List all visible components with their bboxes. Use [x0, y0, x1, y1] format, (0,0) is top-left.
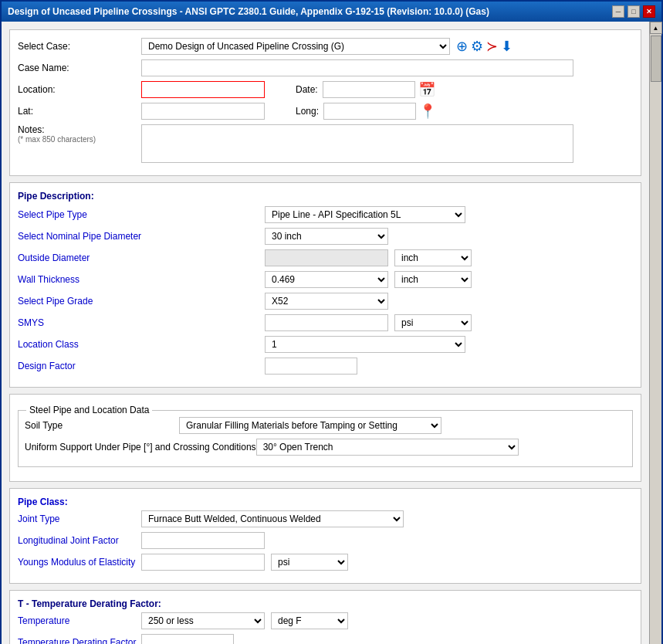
uniform-support-dropdown[interactable]: 30° Open Trench	[256, 439, 519, 456]
pipe-type-dropdown[interactable]: Pipe Line - API Specification 5L	[265, 206, 465, 223]
smys-unit-dropdown[interactable]: psi	[394, 314, 472, 331]
temperature-row: Temperature 250 or less deg F	[18, 612, 633, 629]
lat-input[interactable]	[141, 103, 265, 120]
derating-input[interactable]: 1.000	[141, 634, 234, 644]
soil-type-label: Soil Type	[25, 420, 179, 431]
share-icon[interactable]: ≺	[486, 38, 498, 55]
gear-icon[interactable]: ⚙	[471, 38, 483, 55]
outside-diameter-label: Outside Diameter	[18, 253, 265, 263]
uniform-support-row: Uniform Support Under Pipe [°] and Cross…	[25, 439, 626, 456]
pipe-grade-dropdown[interactable]: X52	[265, 293, 388, 310]
notes-label-group: Notes: (* max 850 characters)	[18, 124, 141, 144]
outside-diameter-unit-dropdown[interactable]: inch	[394, 249, 472, 266]
youngs-unit-dropdown[interactable]: psi	[271, 554, 348, 571]
pipe-type-row: Select Pipe Type Pipe Line - API Specifi…	[18, 206, 633, 223]
pipe-class-section: Pipe Class: Joint Type Furnace Butt Weld…	[9, 488, 641, 584]
pipe-grade-label: Select Pipe Grade	[18, 296, 265, 307]
nominal-diameter-row: Select Nominal Pipe Diameter 30 inch	[18, 228, 633, 245]
scrollbar: ▲ ▼	[649, 22, 661, 644]
smys-input[interactable]: 52,000	[265, 314, 388, 331]
select-case-label: Select Case:	[18, 41, 141, 52]
case-name-input[interactable]: Demo Design of Uncased Pipeline Crossing…	[141, 59, 573, 76]
lat-long-row: Lat: Long: 📍	[18, 103, 633, 120]
scrollbar-thumb[interactable]	[651, 36, 661, 82]
location-class-row: Location Class 1	[18, 336, 633, 353]
notes-label: Notes:	[18, 124, 141, 135]
notes-hint: (* max 850 characters)	[18, 135, 141, 144]
maximize-button[interactable]: □	[627, 5, 640, 18]
add-icon[interactable]: ⊕	[456, 38, 468, 55]
steel-pipe-group: Steel Pipe and Location Data Soil Type G…	[18, 410, 633, 467]
calendar-icon[interactable]: 📅	[418, 81, 435, 98]
long-input[interactable]	[323, 103, 416, 120]
steel-pipe-label: Steel Pipe and Location Data	[26, 405, 152, 415]
temperature-dropdown[interactable]: 250 or less	[141, 612, 265, 629]
wall-thickness-unit-dropdown[interactable]: inch	[394, 271, 472, 288]
outside-diameter-input[interactable]: 30	[265, 249, 388, 266]
pipe-description-section: Pipe Description: Select Pipe Type Pipe …	[9, 182, 641, 388]
download-icon[interactable]: ⬇	[501, 38, 512, 55]
minimize-button[interactable]: ─	[612, 5, 624, 18]
case-name-label: Case Name:	[18, 63, 141, 73]
pipe-type-label: Select Pipe Type	[18, 209, 265, 220]
window-controls: ─ □ ✕	[612, 5, 655, 18]
wall-thickness-dropdown[interactable]: 0.469	[265, 271, 388, 288]
wall-thickness-row: Wall Thickness 0.469 inch	[18, 271, 633, 288]
select-case-dropdown[interactable]: Demo Design of Uncased Pipeline Crossing…	[141, 38, 450, 55]
youngs-input[interactable]: 30,000,000	[141, 554, 265, 571]
window-title: Design of Uncased Pipeline Crossings - A…	[8, 6, 489, 17]
smys-label: SMYS	[18, 317, 265, 328]
date-input[interactable]: 10/24/2014	[323, 81, 415, 98]
long-joint-row: Longitudinal Joint Factor 0.6	[18, 532, 633, 549]
pipe-class-title: Pipe Class:	[18, 497, 633, 507]
content-area: Select Case: Demo Design of Uncased Pipe…	[2, 22, 661, 644]
temperature-title: T - Temperature Derating Factor:	[18, 598, 633, 609]
lat-label: Lat:	[18, 106, 141, 117]
location-class-label: Location Class	[18, 339, 265, 350]
design-factor-label: Design Factor	[18, 361, 265, 371]
scroll-up-arrow[interactable]: ▲	[650, 22, 662, 34]
main-panel: Select Case: Demo Design of Uncased Pipe…	[2, 22, 649, 644]
toolbar-icons: ⊕ ⚙ ≺ ⬇	[456, 38, 512, 55]
joint-type-row: Joint Type Furnace Butt Welded, Continuo…	[18, 510, 633, 527]
joint-type-dropdown[interactable]: Furnace Butt Welded, Continuous Welded	[141, 510, 404, 527]
temperature-section: T - Temperature Derating Factor: Tempera…	[9, 590, 641, 644]
date-label: Date:	[296, 84, 318, 95]
header-section: Select Case: Demo Design of Uncased Pipe…	[9, 29, 641, 176]
location-label: Location:	[18, 84, 141, 95]
case-name-row: Case Name: Demo Design of Uncased Pipeli…	[18, 59, 633, 76]
location-class-dropdown[interactable]: 1	[265, 336, 465, 353]
smys-row: SMYS 52,000 psi	[18, 314, 633, 331]
map-pin-icon[interactable]: 📍	[419, 103, 436, 120]
location-input[interactable]: Houston	[141, 81, 265, 98]
nominal-diameter-dropdown[interactable]: 30 inch	[265, 228, 388, 245]
notes-textarea[interactable]	[141, 124, 573, 163]
youngs-row: Youngs Modulus of Elasticity 30,000,000 …	[18, 554, 633, 571]
location-date-row: Location: Houston Date: 10/24/2014 📅	[18, 81, 633, 98]
long-joint-input[interactable]: 0.6	[141, 532, 265, 549]
derating-label: Temperature Derating Factor	[18, 637, 141, 644]
design-factor-row: Design Factor 0.72	[18, 358, 633, 375]
uniform-support-label: Uniform Support Under Pipe [°] and Cross…	[25, 442, 256, 452]
outside-diameter-row: Outside Diameter 30 inch	[18, 249, 633, 266]
steel-pipe-section: Steel Pipe and Location Data Soil Type G…	[9, 394, 641, 482]
temperature-unit-dropdown[interactable]: deg F	[271, 612, 348, 629]
close-button[interactable]: ✕	[643, 5, 655, 18]
youngs-label: Youngs Modulus of Elasticity	[18, 557, 141, 568]
temperature-label: Temperature	[18, 615, 141, 626]
pipe-grade-row: Select Pipe Grade X52	[18, 293, 633, 310]
design-factor-input[interactable]: 0.72	[265, 358, 357, 375]
wall-thickness-label: Wall Thickness	[18, 274, 265, 285]
nominal-diameter-label: Select Nominal Pipe Diameter	[18, 231, 265, 242]
long-joint-label: Longitudinal Joint Factor	[18, 535, 141, 546]
soil-type-row: Soil Type Granular Filling Materials bef…	[25, 417, 626, 434]
notes-row: Notes: (* max 850 characters)	[18, 124, 633, 163]
derating-row: Temperature Derating Factor 1.000	[18, 634, 633, 644]
main-window: Design of Uncased Pipeline Crossings - A…	[0, 0, 663, 644]
title-bar: Design of Uncased Pipeline Crossings - A…	[2, 2, 661, 22]
long-label: Long:	[296, 106, 319, 117]
soil-type-dropdown[interactable]: Granular Filling Materials before Tampin…	[179, 417, 441, 434]
joint-type-label: Joint Type	[18, 514, 141, 524]
select-case-row: Select Case: Demo Design of Uncased Pipe…	[18, 38, 633, 55]
pipe-description-title: Pipe Description:	[18, 191, 633, 202]
